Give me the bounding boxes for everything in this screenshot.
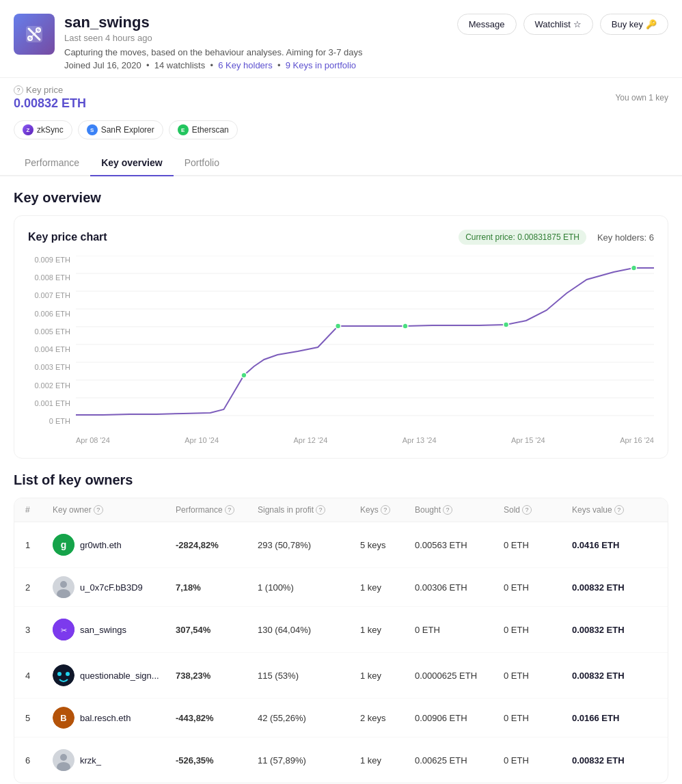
- key-owners-table: # Key owner ? Performance ? Signals in p…: [14, 498, 668, 783]
- buy-key-label: Buy key: [612, 19, 643, 29]
- row-4-sold: 0 ETH: [504, 671, 572, 681]
- svg-text:B: B: [60, 713, 66, 723]
- row-5-avatar: B: [53, 707, 74, 729]
- header-buy-key-button[interactable]: Buy key 🔑: [600, 14, 668, 35]
- svg-text:g: g: [61, 539, 67, 550]
- th-keys-value: Keys value ?: [572, 505, 668, 515]
- th-bought-info[interactable]: ?: [443, 505, 452, 515]
- message-button[interactable]: Message: [457, 14, 517, 35]
- row-5-owner: B bal.resch.eth: [53, 707, 176, 729]
- key-holders-count: Key holders: 6: [597, 232, 654, 243]
- th-bought: Bought ?: [415, 505, 504, 515]
- sanr-explorer-link[interactable]: S SanR Explorer: [78, 120, 163, 139]
- svg-point-23: [57, 672, 62, 676]
- row-3-performance: 307,54%: [176, 625, 258, 635]
- chart-dot-3: [403, 323, 408, 329]
- profile-bio: Capturing the moves, based on the behavi…: [64, 47, 457, 57]
- row-3-signals: 130 (64,04%): [258, 625, 360, 635]
- row-6-owner: krzk_: [53, 749, 176, 771]
- row-1-buy-cell: Buy key You own 1 key: [668, 530, 668, 559]
- th-perf-info[interactable]: ?: [225, 505, 234, 515]
- table-row: 1 g gr0wth.eth -2824,82% 293 (50,78%) 5 …: [14, 522, 668, 568]
- th-num: #: [25, 505, 53, 515]
- row-2-name[interactable]: u_0x7cF.bB3D9: [80, 582, 143, 593]
- x-label-apr16: Apr 16 '24: [620, 436, 654, 444]
- key-holders-link[interactable]: 6 Key holders: [218, 60, 273, 70]
- row-5-performance: -443,82%: [176, 713, 258, 723]
- row-4-name[interactable]: questionable_sign...: [80, 671, 159, 681]
- table-row: 5 B bal.resch.eth -443,82% 42 (55,26%) 2…: [14, 699, 668, 738]
- chart-dot-5: [631, 265, 637, 271]
- row-4-avatar: [53, 664, 74, 686]
- y-label-0006: 0.006 ETH: [28, 310, 76, 318]
- table-row: 6 krzk_ -526,35% 11 (57,89%) 1 key 0.006…: [14, 738, 668, 783]
- row-4-owner: questionable_sign...: [53, 664, 176, 686]
- chart-header: Key price chart Current price: 0.0083187…: [28, 230, 654, 245]
- row-6-signals: 11 (57,89%): [258, 755, 360, 766]
- row-3-keys: 1 key: [360, 625, 415, 635]
- tab-performance[interactable]: Performance: [14, 150, 90, 176]
- row-5-buy-cell: Buy key: [668, 709, 668, 727]
- chart-dot-4: [504, 322, 509, 327]
- key-icon: 🔑: [646, 19, 657, 29]
- row-6-keys: 1 key: [360, 755, 415, 766]
- svg-text:✂: ✂: [61, 626, 67, 634]
- row-3-sold: 0 ETH: [504, 625, 572, 635]
- row-2-performance: 7,18%: [176, 582, 258, 593]
- chart-dot-1: [241, 373, 247, 378]
- row-3-avatar: ✂: [53, 619, 74, 640]
- zksync-link[interactable]: Z zkSync: [14, 120, 72, 139]
- row-5-signals: 42 (55,26%): [258, 713, 360, 723]
- th-signals-info[interactable]: ?: [316, 505, 325, 515]
- price-chart-svg: [76, 256, 654, 433]
- row-6-name[interactable]: krzk_: [80, 755, 101, 766]
- svg-point-18: [60, 581, 67, 588]
- row-1-keys-value: 0.0416 ETH: [572, 540, 668, 550]
- row-5-name[interactable]: bal.resch.eth: [80, 713, 131, 723]
- row-3-name[interactable]: san_swings: [80, 625, 126, 635]
- row-4-performance: 738,23%: [176, 671, 258, 681]
- watchlist-button[interactable]: Watchlist ☆: [523, 14, 593, 35]
- th-owner-info[interactable]: ?: [94, 505, 103, 515]
- row-1-owner: g gr0wth.eth: [53, 534, 176, 556]
- x-label-apr12: Apr 12 '24: [293, 436, 327, 444]
- table-row: 4 questionable_sign... 738,23% 115 (53%)…: [14, 653, 668, 699]
- row-2-buy-cell: Buy key: [668, 578, 668, 597]
- tab-key-overview[interactable]: Key overview: [90, 150, 174, 176]
- row-1-avatar: g: [53, 534, 74, 556]
- etherscan-link[interactable]: E Etherscan: [169, 120, 238, 139]
- table-row: 3 ✂ san_swings 307,54% 130 (64,04%) 1 ke…: [14, 607, 668, 653]
- list-title: List of key owners: [14, 472, 668, 488]
- profile-header: san_swings Last seen 4 hours ago Capturi…: [0, 0, 682, 78]
- svg-point-28: [60, 754, 67, 761]
- row-3-num: 3: [25, 625, 53, 635]
- row-2-sold: 0 ETH: [504, 582, 572, 593]
- profile-meta: Joined Jul 16, 2020 • 14 watchlists • 6 …: [64, 60, 457, 70]
- key-price-section: ? Key price 0.00832 ETH You own 1 key: [0, 78, 682, 116]
- th-kv-info[interactable]: ?: [614, 505, 624, 515]
- row-6-sold: 0 ETH: [504, 755, 572, 766]
- external-links: Z zkSync S SanR Explorer E Etherscan: [0, 116, 682, 148]
- row-3-buy-cell: Buy key You own 1 key: [668, 615, 668, 644]
- sanr-label: SanR Explorer: [101, 125, 154, 135]
- row-2-keys: 1 key: [360, 582, 415, 593]
- tab-portfolio[interactable]: Portfolio: [174, 150, 230, 176]
- row-4-bought: 0.0000625 ETH: [415, 671, 504, 681]
- row-1-name[interactable]: gr0wth.eth: [80, 540, 122, 550]
- chart-container: Key price chart Current price: 0.0083187…: [14, 215, 668, 459]
- th-keys-info[interactable]: ?: [381, 505, 390, 515]
- row-1-performance: -2824,82%: [176, 540, 258, 550]
- key-price-value: 0.00832 ETH: [14, 96, 86, 111]
- row-2-bought: 0.00306 ETH: [415, 582, 504, 593]
- row-3-keys-value: 0.00832 ETH: [572, 625, 668, 635]
- th-sold-info[interactable]: ?: [522, 505, 532, 515]
- key-overview-title: Key overview: [0, 176, 682, 215]
- row-6-bought: 0.00625 ETH: [415, 755, 504, 766]
- row-1-bought: 0.00563 ETH: [415, 540, 504, 550]
- row-1-signals: 293 (50,78%): [258, 540, 360, 550]
- keys-portfolio-link[interactable]: 9 Keys in portfolio: [286, 60, 356, 70]
- key-price-info-icon[interactable]: ?: [14, 85, 23, 95]
- row-3-owner: ✂ san_swings: [53, 619, 176, 640]
- row-6-num: 6: [25, 755, 53, 766]
- row-5-sold: 0 ETH: [504, 713, 572, 723]
